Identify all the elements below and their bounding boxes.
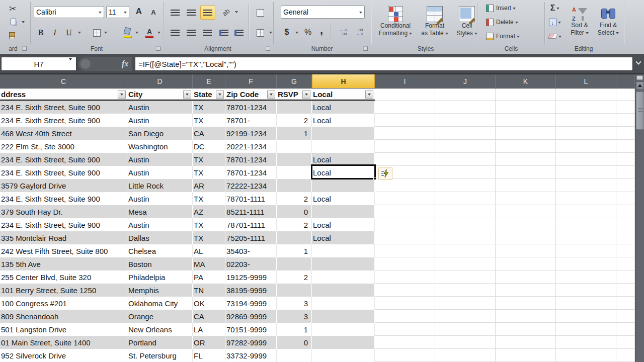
empty-cell[interactable] xyxy=(375,310,435,323)
cell-city[interactable]: Austin xyxy=(127,166,193,179)
cell-address[interactable]: 100 Congress #201 xyxy=(0,297,127,310)
empty-cell[interactable] xyxy=(616,270,635,284)
header-zip[interactable]: Zip Code xyxy=(225,88,277,101)
empty-cell[interactable] xyxy=(616,140,635,153)
empty-cell[interactable] xyxy=(496,257,556,270)
borders-dropdown[interactable] xyxy=(104,32,107,35)
empty-cell[interactable] xyxy=(375,218,435,231)
column-header-D[interactable]: D xyxy=(127,74,193,88)
cell-city[interactable]: Mesa xyxy=(127,205,193,218)
percent-style-button[interactable]: % xyxy=(302,26,314,38)
cell-local[interactable] xyxy=(312,205,375,218)
empty-cell[interactable] xyxy=(435,270,496,284)
cell-zip[interactable]: 20221-1234 xyxy=(225,140,277,153)
cell-local[interactable] xyxy=(312,336,375,349)
filter-button-state[interactable] xyxy=(216,90,224,99)
empty-cell[interactable] xyxy=(496,192,556,205)
cell-local[interactable] xyxy=(312,140,375,153)
empty-cell[interactable] xyxy=(496,310,556,323)
cell-rsvp[interactable]: 2 xyxy=(277,114,312,127)
cell-address[interactable]: 135 5th Ave xyxy=(0,257,127,270)
cell-address[interactable]: 952 Silverock Drive xyxy=(0,349,127,362)
filter-button-rsvp[interactable] xyxy=(302,90,310,99)
empty-cell[interactable] xyxy=(435,310,496,323)
cell-city[interactable]: Austin xyxy=(127,192,193,205)
cell-local[interactable]: Local xyxy=(312,114,375,127)
empty-cell[interactable] xyxy=(616,218,635,231)
empty-cell[interactable] xyxy=(616,179,635,192)
cell-local[interactable] xyxy=(312,179,375,192)
empty-cell[interactable] xyxy=(375,231,435,244)
cell-state[interactable]: TX xyxy=(193,153,225,166)
cell-address[interactable]: 242 West Fifth Street, Suite 800 xyxy=(0,244,127,257)
cell-state[interactable]: AL xyxy=(193,244,225,257)
empty-cell[interactable] xyxy=(616,231,635,244)
cell-state[interactable]: FL xyxy=(193,349,225,362)
format-painter-button[interactable] xyxy=(6,30,18,41)
cell-city[interactable]: St. Petersburg xyxy=(127,349,193,362)
empty-cell[interactable] xyxy=(556,88,616,101)
align-center-button[interactable] xyxy=(185,27,197,38)
cell-address[interactable]: 3579 Gaylord Drive xyxy=(0,179,127,192)
empty-cell[interactable] xyxy=(375,244,435,257)
empty-cell[interactable] xyxy=(496,179,556,192)
empty-cell[interactable] xyxy=(435,336,496,349)
empty-cell[interactable] xyxy=(496,270,556,284)
conditional-formatting-button[interactable]: ConditionalFormatting xyxy=(376,1,415,42)
empty-cell[interactable] xyxy=(435,166,496,179)
cell-state[interactable]: OK xyxy=(193,297,225,310)
empty-cell[interactable] xyxy=(556,323,616,336)
cell-address[interactable]: 501 Langston Drive xyxy=(0,323,127,336)
cell-address[interactable]: 01 Main Street, Suite 1400 xyxy=(0,336,127,349)
name-box[interactable]: H7 xyxy=(1,57,76,71)
header-local[interactable]: Local xyxy=(312,88,375,101)
cell-local[interactable] xyxy=(312,323,375,336)
align-middle-button[interactable] xyxy=(185,7,197,18)
empty-cell[interactable] xyxy=(375,140,435,153)
empty-cell[interactable] xyxy=(556,114,616,127)
cell-state[interactable]: AR xyxy=(193,179,225,192)
autosum-button[interactable]: Σ xyxy=(546,3,564,13)
name-box-dropdown[interactable] xyxy=(69,58,72,62)
empty-cell[interactable] xyxy=(496,101,556,114)
empty-cell[interactable] xyxy=(616,244,635,257)
empty-cell[interactable] xyxy=(556,127,616,140)
cell-local[interactable]: Local xyxy=(312,218,375,231)
filter-button-zip[interactable] xyxy=(267,90,275,99)
empty-cell[interactable] xyxy=(435,323,496,336)
cell-rsvp[interactable]: 1 xyxy=(277,127,312,140)
empty-cell[interactable] xyxy=(496,297,556,310)
column-header-K[interactable]: K xyxy=(496,74,556,88)
align-right-button[interactable] xyxy=(201,27,213,38)
cell-address[interactable]: 234 E. Sixth Street, Suite 900 xyxy=(0,101,127,114)
cell-zip[interactable]: 78701-1111 xyxy=(225,218,277,231)
cell-zip[interactable]: 70151-9999 xyxy=(225,323,277,336)
empty-cell[interactable] xyxy=(556,310,616,323)
cell-city[interactable]: Dallas xyxy=(127,231,193,244)
cell-zip[interactable]: 02203- xyxy=(225,257,277,270)
sort-filter-button[interactable]: A Z Sort &Filter xyxy=(566,1,594,42)
empty-cell[interactable] xyxy=(435,244,496,257)
cell-local[interactable] xyxy=(312,127,375,140)
empty-cell[interactable] xyxy=(616,323,635,336)
cell-city[interactable]: Austin xyxy=(127,218,193,231)
increase-decimal-button[interactable]: ←.0 .00 xyxy=(336,26,350,38)
cell-local[interactable] xyxy=(312,349,375,362)
filter-button-address[interactable] xyxy=(118,90,126,99)
empty-cell[interactable] xyxy=(435,218,496,231)
empty-cell[interactable] xyxy=(616,284,635,297)
cell-address[interactable]: 222 Elm St., Ste 3000 xyxy=(0,140,127,153)
scroll-up-button[interactable] xyxy=(636,81,644,90)
cell-local[interactable] xyxy=(312,297,375,310)
cell-rsvp[interactable]: 1 xyxy=(277,244,312,257)
orientation-dropdown[interactable] xyxy=(235,11,238,15)
number-dialog-launcher-icon[interactable] xyxy=(363,46,368,51)
cell-address[interactable]: 234 E. Sixth Street, Suite 900 xyxy=(0,153,127,166)
column-header-G[interactable]: G xyxy=(277,74,312,88)
empty-cell[interactable] xyxy=(375,205,435,218)
cell-state[interactable]: OR xyxy=(193,336,225,349)
cell-address[interactable]: 335 Montclair Road xyxy=(0,231,127,244)
cell-state[interactable]: DC xyxy=(193,140,225,153)
cell-city[interactable]: Chelsea xyxy=(127,244,193,257)
empty-cell[interactable] xyxy=(375,297,435,310)
